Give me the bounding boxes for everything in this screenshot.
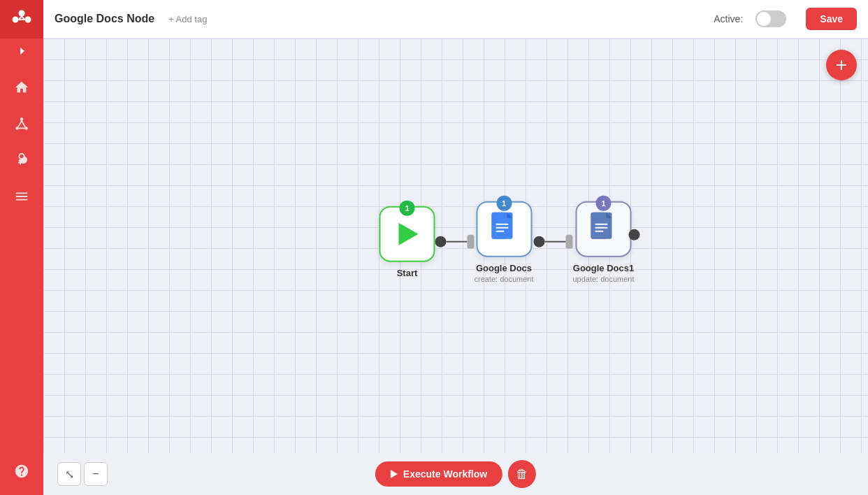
node-google-docs-box[interactable]: 1 <box>476 201 532 257</box>
node-start-label: Start <box>397 267 418 278</box>
svg-point-7 <box>20 117 24 121</box>
svg-point-8 <box>15 127 19 130</box>
workflow-nodes: 1 Start 1 <box>379 201 634 282</box>
add-node-icon: + <box>836 54 847 76</box>
connector-line-2 <box>544 241 565 243</box>
sidebar-nav <box>0 64 43 495</box>
zoom-controls: ⤡ − + <box>57 462 108 486</box>
svg-rect-17 <box>496 230 504 231</box>
svg-point-9 <box>24 127 28 130</box>
node-google-docs1-box[interactable]: 1 <box>576 201 632 257</box>
zoom-fit-button[interactable]: ⤡ <box>57 462 81 486</box>
svg-rect-19 <box>591 212 607 238</box>
sidebar-item-network[interactable] <box>0 106 43 142</box>
svg-rect-15 <box>496 223 508 224</box>
svg-point-1 <box>25 16 31 22</box>
node-google-docs-sublabel: create: document <box>474 274 533 282</box>
svg-rect-21 <box>595 227 608 228</box>
execute-label: Execute Workflow <box>403 468 487 480</box>
svg-point-2 <box>19 10 25 16</box>
svg-marker-6 <box>20 48 24 55</box>
node-start-badge: 1 <box>399 200 414 215</box>
add-tag-button[interactable]: + Add tag <box>163 11 212 27</box>
node-google-docs1[interactable]: 1 Google Docs1 update: document <box>572 201 634 282</box>
connector-dot-right <box>629 229 640 240</box>
header: Google Docs Node + Add tag Active: Save <box>43 0 868 38</box>
main-content: Google Docs Node + Add tag Active: Save … <box>43 0 868 495</box>
sidebar-item-help[interactable] <box>0 453 43 489</box>
delete-workflow-button[interactable]: 🗑 <box>508 460 536 488</box>
bottom-bar: ⤡ − + Execute Workflow 🗑 <box>43 453 868 495</box>
zoom-out-button[interactable]: − <box>84 462 108 486</box>
sidebar-item-credentials[interactable] <box>0 142 43 178</box>
node-google-docs[interactable]: 1 Google Docs create: document <box>474 201 533 282</box>
app-logo[interactable] <box>0 0 43 38</box>
svg-rect-20 <box>595 223 608 224</box>
node-google-docs-badge: 1 <box>496 195 512 210</box>
add-node-button[interactable]: + <box>826 50 857 80</box>
connector-line-1 <box>446 241 467 243</box>
sidebar <box>0 0 43 495</box>
svg-point-0 <box>13 16 19 22</box>
svg-line-11 <box>22 121 25 127</box>
svg-rect-16 <box>496 227 508 228</box>
connector-port-2 <box>565 235 572 249</box>
execute-play-icon <box>391 470 398 478</box>
node-start-box[interactable]: 1 <box>379 206 435 261</box>
node-google-docs1-badge: 1 <box>596 195 612 210</box>
node-google-docs1-label: Google Docs1 <box>573 262 634 273</box>
sidebar-item-executions[interactable] <box>0 178 43 215</box>
workflow-title: Google Docs Node <box>55 13 154 25</box>
active-toggle[interactable] <box>755 10 786 27</box>
execute-workflow-button[interactable]: Execute Workflow <box>375 461 502 487</box>
start-play-icon <box>398 222 418 245</box>
active-label: Active: <box>714 13 743 24</box>
sidebar-item-home[interactable] <box>0 69 43 106</box>
node-start[interactable]: 1 Start <box>379 206 435 278</box>
svg-rect-22 <box>595 230 604 231</box>
svg-line-10 <box>18 121 22 127</box>
connector-dot-1a <box>435 236 446 248</box>
save-button[interactable]: Save <box>806 8 857 30</box>
svg-rect-14 <box>491 212 507 238</box>
workflow-canvas[interactable]: 1 Start 1 <box>43 38 868 453</box>
connector-dot-2a <box>533 236 544 248</box>
connector-port-1 <box>467 235 474 249</box>
google-docs1-icon <box>588 210 619 247</box>
node-google-docs1-sublabel: update: document <box>572 274 634 282</box>
sidebar-collapse-btn[interactable] <box>0 38 43 64</box>
execute-area: Execute Workflow 🗑 <box>375 460 536 488</box>
connector-2 <box>533 235 572 249</box>
google-docs-icon <box>489 210 519 247</box>
node-google-docs-label: Google Docs <box>476 262 532 273</box>
delete-icon: 🗑 <box>516 467 528 482</box>
connector-1 <box>435 235 474 249</box>
